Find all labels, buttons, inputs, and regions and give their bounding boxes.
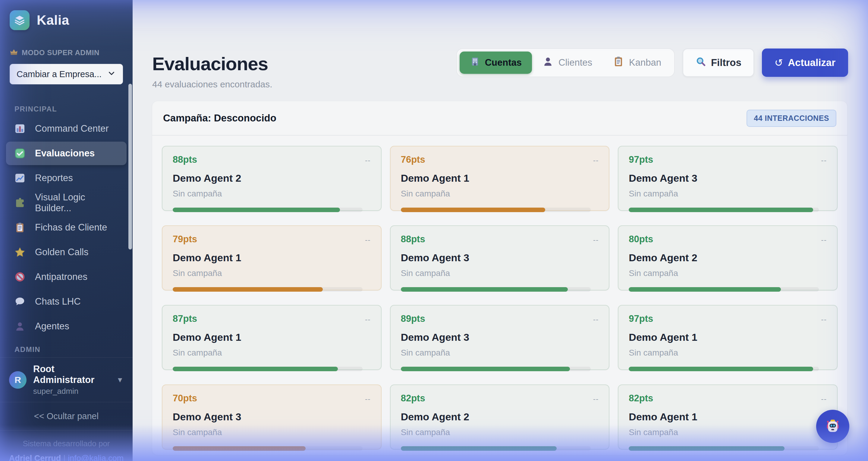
super-admin-label: MODO SUPER ADMIN (10, 48, 123, 58)
sidebar-item-label: Command Center (35, 123, 109, 134)
tab-clientes[interactable]: Clientes (532, 52, 602, 74)
sidebar-nav: PRINCIPALCommand CenterEvaluacionesRepor… (0, 93, 133, 357)
evaluation-card[interactable]: 88pts--Demo Agent 3Sin campaña (390, 225, 610, 290)
agent-name: Demo Agent 2 (629, 252, 827, 264)
score-progress-fill (629, 287, 781, 292)
phone-icon (807, 393, 817, 405)
call-info: -- (350, 393, 371, 405)
phone-icon (579, 154, 590, 166)
sidebar-item-golden-calls[interactable]: Golden Calls (6, 241, 127, 264)
call-info: -- (579, 393, 599, 405)
score-points: 97pts (629, 154, 653, 165)
tab-label: Clientes (558, 57, 592, 68)
campaign-label: Sin campaña (629, 428, 827, 437)
company-select[interactable]: Cambiar a Empresa... (10, 64, 123, 84)
user-role: super_admin (33, 387, 110, 396)
score-points: 82pts (629, 393, 653, 404)
refresh-button[interactable]: ↺ Actualizar (762, 49, 848, 77)
page-title: Evaluaciones (152, 53, 273, 74)
assistant-robot-button[interactable] (816, 410, 849, 443)
user-name: Root Administrator (33, 364, 110, 386)
tab-cuentas[interactable]: Cuentas (460, 52, 532, 74)
call-info: -- (807, 393, 827, 405)
filters-button[interactable]: Filtros (683, 49, 754, 77)
sidebar-item-command-center[interactable]: Command Center (6, 117, 127, 141)
check-box-icon (14, 147, 26, 159)
campaign-label: Sin campaña (401, 348, 599, 358)
sidebar-item-label: Visual Logic Builder... (35, 192, 119, 214)
sidebar-scrollbar-thumb[interactable] (128, 84, 132, 249)
evaluation-card[interactable]: 76pts--Demo Agent 1Sin campaña (390, 146, 610, 211)
agent-name: Demo Agent 2 (401, 411, 599, 423)
score-progress-fill (401, 287, 568, 292)
sidebar-item-label: Evaluaciones (35, 148, 95, 159)
agent-name: Demo Agent 3 (401, 332, 599, 343)
call-duration: -- (821, 156, 827, 165)
evaluations-grid: 88pts--Demo Agent 2Sin campaña76pts--Dem… (152, 135, 847, 455)
score-progress-fill (401, 208, 545, 212)
call-duration: -- (821, 236, 827, 244)
phone-icon (350, 313, 361, 326)
phone-icon (350, 234, 361, 246)
view-tab-group: CuentasClientesKanban (456, 48, 675, 77)
sidebar-item-label: Agentes (35, 321, 69, 332)
sidebar-item-antipatrones[interactable]: Antipatrones (6, 265, 127, 289)
bar-chart-icon (14, 123, 26, 135)
sidebar-item-visual-logic-builder[interactable]: Visual Logic Builder... (6, 191, 127, 215)
campaign-group-header: Campaña: Desconocido 44 INTERACCIONES (152, 101, 847, 135)
sidebar-item-evaluaciones[interactable]: Evaluaciones (6, 142, 127, 165)
sidebar-item-agentes[interactable]: Agentes (6, 314, 127, 338)
sidebar-item-reportes[interactable]: Reportes (6, 166, 127, 190)
evaluation-card[interactable]: 87pts--Demo Agent 1Sin campaña (162, 305, 381, 370)
campaign-label: Sin campaña (629, 348, 827, 358)
campaign-label: Sin campaña (629, 269, 827, 278)
call-duration: -- (821, 315, 827, 324)
agent-name: Demo Agent 1 (629, 411, 827, 423)
score-points: 88pts (401, 234, 425, 245)
call-info: -- (350, 154, 371, 166)
phone-icon (807, 313, 817, 326)
evaluation-card[interactable]: 70pts--Demo Agent 3Sin campaña (162, 385, 381, 450)
puzzle-icon (14, 197, 26, 209)
sidebar-item-label: Chats LHC (35, 296, 81, 307)
score-points: 82pts (401, 393, 425, 404)
score-progress-fill (173, 446, 306, 451)
call-info: -- (579, 313, 599, 326)
contact-email-link[interactable]: info@kalia.com (68, 454, 124, 461)
speech-icon (14, 296, 26, 308)
collapse-panel-button[interactable]: << Ocultar panel (0, 402, 133, 431)
evaluation-card[interactable]: 88pts--Demo Agent 2Sin campaña (162, 146, 381, 211)
evaluation-card[interactable]: 82pts--Demo Agent 1Sin campaña (618, 385, 838, 450)
evaluation-card[interactable]: 97pts--Demo Agent 3Sin campaña (618, 146, 838, 211)
brand-name: Kalia (37, 13, 69, 28)
evaluation-card[interactable]: 82pts--Demo Agent 2Sin campaña (390, 385, 610, 450)
evaluation-card[interactable]: 80pts--Demo Agent 2Sin campaña (618, 225, 838, 290)
call-duration: -- (365, 395, 371, 403)
sidebar: Kalia MODO SUPER ADMIN Cambiar a Empresa… (0, 0, 133, 461)
chevron-down-icon (107, 69, 116, 80)
sidebar-item-chats-lhc[interactable]: Chats LHC (6, 290, 127, 313)
evaluation-card[interactable]: 79pts--Demo Agent 1Sin campaña (162, 225, 381, 290)
call-duration: -- (365, 156, 371, 165)
score-progress-track (629, 287, 818, 292)
sidebar-item-fichas-de-cliente[interactable]: Fichas de Cliente (6, 216, 127, 239)
score-progress-fill (629, 208, 813, 212)
score-progress-fill (173, 208, 340, 212)
score-progress-track (173, 287, 363, 292)
user-menu[interactable]: R Root Administrator super_admin ▼ (0, 357, 133, 402)
evaluation-card[interactable]: 97pts--Demo Agent 1Sin campaña (618, 305, 838, 370)
tab-kanban[interactable]: Kanban (602, 52, 672, 74)
score-points: 97pts (629, 313, 653, 324)
score-progress-track (173, 446, 363, 451)
agent-name: Demo Agent 3 (401, 252, 599, 264)
campaign-label: Sin campaña (401, 428, 599, 437)
company-select-value: Cambiar a Empresa... (17, 69, 101, 79)
super-admin-text: MODO SUPER ADMIN (22, 49, 99, 57)
score-points: 70pts (173, 393, 197, 404)
agent-name: Demo Agent 3 (629, 172, 827, 184)
brand-row: Kalia (0, 0, 133, 39)
score-progress-track (173, 367, 363, 371)
score-points: 76pts (401, 154, 425, 165)
score-progress-fill (629, 367, 813, 371)
evaluation-card[interactable]: 89pts--Demo Agent 3Sin campaña (390, 305, 610, 370)
